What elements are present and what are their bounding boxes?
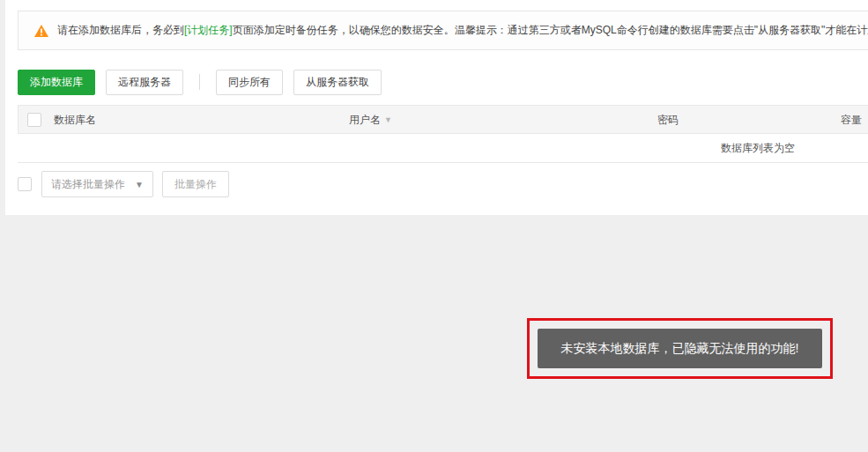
warning-banner: 请在添加数据库后，务必到[计划任务]页面添加定时备份任务，以确保您的数据安全。温… — [18, 11, 868, 50]
banner-text-after: 页面添加定时备份任务，以确保您的数据安全。温馨提示：通过第三方或者MySQL命令… — [233, 23, 868, 38]
sync-all-button[interactable]: 同步所有 — [216, 70, 283, 95]
bulk-select-checkbox[interactable] — [18, 177, 32, 191]
sort-down-icon: ▼ — [384, 115, 392, 124]
column-header-database-name: 数据库名 — [54, 106, 96, 134]
no-local-database-toast: 未安装本地数据库，已隐藏无法使用的功能! — [538, 329, 822, 368]
bulk-actions-bar: 请选择批量操作 ▼ 批量操作 — [18, 171, 229, 197]
cron-tasks-link[interactable]: [计划任务] — [184, 23, 233, 38]
bulk-action-select[interactable]: 请选择批量操作 ▼ — [41, 171, 153, 197]
bulk-apply-button[interactable]: 批量操作 — [162, 171, 229, 197]
database-table: 数据库名 用户名▼ 密码 容量 数据库列表为空 — [18, 105, 868, 163]
database-page: 请在添加数据库后，务必到[计划任务]页面添加定时备份任务，以确保您的数据安全。温… — [0, 0, 868, 452]
column-header-size: 容量 — [841, 106, 862, 134]
bulk-action-select-value: 请选择批量操作 — [51, 177, 125, 192]
annotation-highlight-box: 未安装本地数据库，已隐藏无法使用的功能! — [527, 318, 833, 379]
fetch-from-server-button[interactable]: 从服务器获取 — [293, 70, 382, 95]
select-all-checkbox[interactable] — [27, 113, 41, 127]
column-header-password: 密码 — [657, 106, 679, 134]
empty-table-message: 数据库列表为空 — [18, 134, 868, 163]
banner-text-before: 请在添加数据库后，务必到 — [57, 23, 184, 38]
add-database-button[interactable]: 添加数据库 — [18, 70, 95, 95]
toolbar-divider — [199, 74, 200, 90]
table-header-row: 数据库名 用户名▼ 密码 容量 — [18, 105, 868, 134]
column-header-username[interactable]: 用户名▼ — [349, 106, 392, 134]
content-card: 请在添加数据库后，务必到[计划任务]页面添加定时备份任务，以确保您的数据安全。温… — [5, 0, 868, 215]
warning-triangle-icon — [34, 25, 48, 37]
chevron-down-icon: ▼ — [135, 180, 144, 189]
remote-server-button[interactable]: 远程服务器 — [106, 70, 183, 95]
toolbar: 添加数据库 远程服务器 同步所有 从服务器获取 — [18, 69, 382, 95]
